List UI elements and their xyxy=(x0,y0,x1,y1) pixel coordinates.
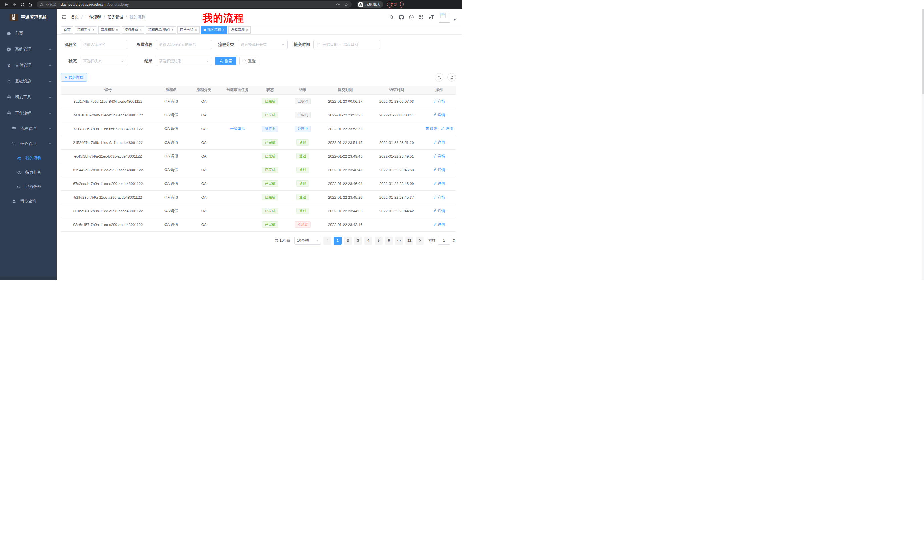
start-process-button[interactable]: + 发起流程 xyxy=(60,73,87,82)
sidebar-item[interactable]: 我的流程 xyxy=(0,151,57,165)
refresh-table-button[interactable] xyxy=(447,73,456,82)
chevron-up-icon xyxy=(48,142,52,145)
sidebar-item[interactable]: 流程管理 xyxy=(0,121,57,136)
cancel-action-link[interactable]: 取消 xyxy=(426,126,438,131)
tab-我的流程[interactable]: 我的流程× xyxy=(201,26,227,34)
next-page-button[interactable] xyxy=(416,237,424,245)
page-size-select[interactable]: 10条/页 xyxy=(294,237,321,245)
app-logo[interactable]: 芋道管理系统 xyxy=(0,9,57,25)
tab-发起流程[interactable]: 发起流程× xyxy=(228,26,251,34)
sidebar-item-label: 请假查询 xyxy=(20,199,52,204)
cell-process-name: OA 请假 xyxy=(155,136,187,149)
tab-流程表单-编辑[interactable]: 流程表单-编辑× xyxy=(146,26,176,34)
sidebar-item-label: 研发工具 xyxy=(15,95,48,100)
reload-icon[interactable] xyxy=(19,1,26,8)
bookmark-star-icon[interactable] xyxy=(344,2,348,7)
process-def-input[interactable] xyxy=(156,40,212,49)
sidebar-item[interactable]: 研发工具 xyxy=(0,89,57,105)
cell-actions: 取消详情 xyxy=(422,122,456,136)
detail-action-link[interactable]: 详情 xyxy=(433,154,445,159)
cell-status: 已完成 xyxy=(254,163,286,177)
browser-menu-dots-icon[interactable] xyxy=(400,2,401,7)
start-date-placeholder[interactable]: 开始日期 xyxy=(322,42,338,47)
process-name-input[interactable] xyxy=(80,40,128,49)
detail-action-link[interactable]: 详情 xyxy=(433,112,445,118)
home-icon[interactable] xyxy=(27,1,34,8)
github-icon[interactable] xyxy=(399,15,404,20)
detail-action-link[interactable]: 详情 xyxy=(433,222,445,227)
close-icon[interactable]: × xyxy=(246,28,248,32)
cell-process-name: OA 请假 xyxy=(155,94,187,108)
page-button-5[interactable]: 5 xyxy=(375,237,382,245)
end-date-placeholder[interactable]: 结束日期 xyxy=(343,42,358,47)
sidebar-item[interactable]: 任务管理 xyxy=(0,136,57,151)
detail-action-link[interactable]: 详情 xyxy=(433,167,445,172)
result-select[interactable]: 请选择流结果 xyxy=(156,57,212,65)
tab-流程模型[interactable]: 流程模型× xyxy=(98,26,120,34)
search-icon[interactable] xyxy=(389,15,394,20)
back-icon[interactable] xyxy=(3,1,10,8)
reset-button[interactable]: 重置 xyxy=(239,57,259,65)
address-bar[interactable]: 不安全 dashboard.yudao.iocoder.cn/bpm/task/… xyxy=(36,1,352,8)
page-button-4[interactable]: 4 xyxy=(364,237,372,245)
breadcrumb-home[interactable]: 首页 xyxy=(71,15,79,20)
cell-submit-time: 2022-01-22 23:44:35 xyxy=(320,204,371,218)
detail-action-link[interactable]: 详情 xyxy=(433,181,445,186)
close-icon[interactable]: × xyxy=(92,28,94,32)
page-button-11[interactable]: 11 xyxy=(405,237,414,245)
page-button-6[interactable]: 6 xyxy=(385,237,393,245)
font-size-icon[interactable] xyxy=(429,15,434,19)
close-icon[interactable]: × xyxy=(195,28,197,32)
current-task-link[interactable]: 一级审批 xyxy=(230,126,245,131)
breadcrumb-workflow[interactable]: 工作流程 xyxy=(85,15,101,20)
warning-icon[interactable] xyxy=(40,3,44,6)
browser-update-button[interactable]: 更新 xyxy=(387,1,404,8)
filter-row-2: 状态 请选择状态 结果 请选择流结果 搜索 重置 xyxy=(60,57,456,65)
status-select[interactable]: 请选择状态 xyxy=(80,57,128,65)
breadcrumb-task-mgmt[interactable]: 任务管理 xyxy=(107,15,123,20)
page-button-1[interactable]: 1 xyxy=(333,237,342,245)
jump-page-input[interactable] xyxy=(438,237,450,245)
tab-首页[interactable]: 首页 xyxy=(61,26,73,34)
sidebar-item[interactable]: 首页 xyxy=(0,25,57,41)
sidebar-item[interactable]: 系统管理 xyxy=(0,41,57,57)
forward-icon[interactable] xyxy=(11,1,18,8)
close-icon[interactable]: × xyxy=(171,28,173,32)
cell-result: 已取消 xyxy=(286,94,320,108)
avatar[interactable] xyxy=(439,12,450,22)
sidebar-item[interactable]: 工作流程 xyxy=(0,105,57,121)
avatar-caret-icon[interactable] xyxy=(453,18,456,21)
detail-action-link[interactable]: 详情 xyxy=(433,195,445,200)
detail-action-link[interactable]: 详情 xyxy=(433,208,445,214)
tab-流程表单[interactable]: 流程表单× xyxy=(122,26,144,34)
main-area: 首页 / 工作流程 / 任务管理 / 我的流程 我的流程 首页流程定义×流程模型… xyxy=(57,9,462,280)
category-select[interactable]: 请选择流程分类 xyxy=(238,40,288,49)
page-button-3[interactable]: 3 xyxy=(354,237,362,245)
more-pages-button[interactable]: ··· xyxy=(395,237,403,245)
detail-action-link[interactable]: 详情 xyxy=(441,126,453,131)
sidebar-item[interactable]: ¥支付管理 xyxy=(0,57,57,73)
search-button[interactable]: 搜索 xyxy=(215,57,236,65)
prev-page-button[interactable] xyxy=(323,237,331,245)
close-icon[interactable]: × xyxy=(116,28,118,32)
close-icon[interactable]: × xyxy=(222,28,224,32)
page-button-2[interactable]: 2 xyxy=(344,237,352,245)
key-icon[interactable] xyxy=(336,2,340,7)
sidebar-item[interactable]: 基础设施 xyxy=(0,73,57,89)
detail-action-link[interactable]: 详情 xyxy=(433,99,445,104)
breadcrumb: 首页 / 工作流程 / 任务管理 / 我的流程 xyxy=(71,15,146,20)
cell-result: 处理中 xyxy=(286,122,320,136)
sidebar-item[interactable]: 请假查询 xyxy=(0,194,57,209)
tab-流程定义[interactable]: 流程定义× xyxy=(75,26,97,34)
update-label: 更新 xyxy=(390,2,398,7)
fullscreen-icon[interactable] xyxy=(419,15,424,20)
submit-time-range-picker[interactable]: 开始日期 - 结束日期 xyxy=(313,40,380,49)
sidebar-item[interactable]: 待办任务 xyxy=(0,165,57,180)
sidebar-collapse-icon[interactable] xyxy=(61,15,66,20)
toggle-search-button[interactable] xyxy=(435,73,444,82)
close-icon[interactable]: × xyxy=(140,28,142,32)
sidebar-item[interactable]: 已办任务 xyxy=(0,180,57,194)
help-icon[interactable] xyxy=(409,15,414,20)
tab-用户分组[interactable]: 用户分组× xyxy=(177,26,200,34)
detail-action-link[interactable]: 详情 xyxy=(433,140,445,145)
